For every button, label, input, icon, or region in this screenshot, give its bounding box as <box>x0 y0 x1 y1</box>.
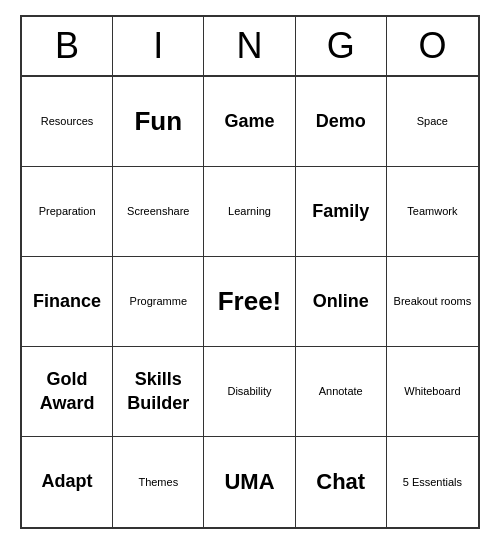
bingo-cell[interactable]: Game <box>204 77 295 167</box>
header-letter: N <box>204 17 295 75</box>
cell-label: Free! <box>218 285 282 319</box>
bingo-cell[interactable]: Disability <box>204 347 295 437</box>
cell-label: Finance <box>33 290 101 313</box>
cell-label: Breakout rooms <box>394 294 472 308</box>
bingo-cell[interactable]: Screenshare <box>113 167 204 257</box>
cell-label: Programme <box>130 294 187 308</box>
bingo-cell[interactable]: Preparation <box>22 167 113 257</box>
cell-label: UMA <box>224 468 274 497</box>
cell-label: Preparation <box>39 204 96 218</box>
cell-label: Family <box>312 200 369 223</box>
cell-label: Demo <box>316 110 366 133</box>
bingo-cell[interactable]: Whiteboard <box>387 347 478 437</box>
bingo-cell[interactable]: Annotate <box>296 347 387 437</box>
cell-label: 5 Essentials <box>403 475 462 489</box>
cell-label: Teamwork <box>407 204 457 218</box>
cell-label: Whiteboard <box>404 384 460 398</box>
bingo-card: BINGO ResourcesFunGameDemoSpacePreparati… <box>20 15 480 529</box>
bingo-cell[interactable]: Demo <box>296 77 387 167</box>
bingo-cell[interactable]: Space <box>387 77 478 167</box>
bingo-cell[interactable]: 5 Essentials <box>387 437 478 527</box>
header-letter: G <box>296 17 387 75</box>
bingo-cell[interactable]: UMA <box>204 437 295 527</box>
bingo-cell[interactable]: Adapt <box>22 437 113 527</box>
bingo-cell[interactable]: Resources <box>22 77 113 167</box>
bingo-cell[interactable]: Learning <box>204 167 295 257</box>
cell-label: Skills Builder <box>117 368 199 415</box>
cell-label: Themes <box>138 475 178 489</box>
bingo-cell[interactable]: Gold Award <box>22 347 113 437</box>
bingo-cell[interactable]: Free! <box>204 257 295 347</box>
cell-label: Learning <box>228 204 271 218</box>
bingo-cell[interactable]: Breakout rooms <box>387 257 478 347</box>
cell-label: Resources <box>41 114 94 128</box>
cell-label: Screenshare <box>127 204 189 218</box>
cell-label: Game <box>224 110 274 133</box>
header-letter: B <box>22 17 113 75</box>
bingo-cell[interactable]: Finance <box>22 257 113 347</box>
bingo-cell[interactable]: Themes <box>113 437 204 527</box>
bingo-cell[interactable]: Skills Builder <box>113 347 204 437</box>
cell-label: Gold Award <box>26 368 108 415</box>
header-letter: O <box>387 17 478 75</box>
cell-label: Chat <box>316 468 365 497</box>
cell-label: Space <box>417 114 448 128</box>
bingo-grid: ResourcesFunGameDemoSpacePreparationScre… <box>22 77 478 527</box>
header-letter: I <box>113 17 204 75</box>
cell-label: Annotate <box>319 384 363 398</box>
bingo-cell[interactable]: Fun <box>113 77 204 167</box>
bingo-cell[interactable]: Family <box>296 167 387 257</box>
cell-label: Adapt <box>42 470 93 493</box>
bingo-cell[interactable]: Teamwork <box>387 167 478 257</box>
bingo-cell[interactable]: Chat <box>296 437 387 527</box>
bingo-cell[interactable]: Programme <box>113 257 204 347</box>
cell-label: Online <box>313 290 369 313</box>
cell-label: Disability <box>227 384 271 398</box>
bingo-header: BINGO <box>22 17 478 77</box>
bingo-cell[interactable]: Online <box>296 257 387 347</box>
cell-label: Fun <box>134 105 182 139</box>
